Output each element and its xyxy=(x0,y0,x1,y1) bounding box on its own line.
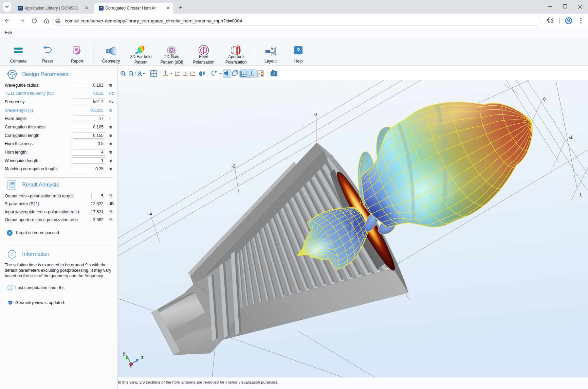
svg-text:y: y xyxy=(123,351,125,356)
svg-text:-1: -1 xyxy=(569,135,573,140)
svg-text:yz: yz xyxy=(185,71,188,74)
svg-text:i: i xyxy=(11,251,13,257)
svg-text:-2: -2 xyxy=(232,163,236,169)
svg-text:1: 1 xyxy=(579,192,582,197)
svg-text:0: 0 xyxy=(314,112,317,117)
svg-text:xy: xy xyxy=(177,71,180,74)
svg-text:xz: xz xyxy=(192,71,196,74)
svg-text:0: 0 xyxy=(543,96,546,102)
svg-text:i: i xyxy=(10,286,11,290)
svg-text:z: z xyxy=(141,355,144,360)
svg-text:-4: -4 xyxy=(148,211,152,216)
